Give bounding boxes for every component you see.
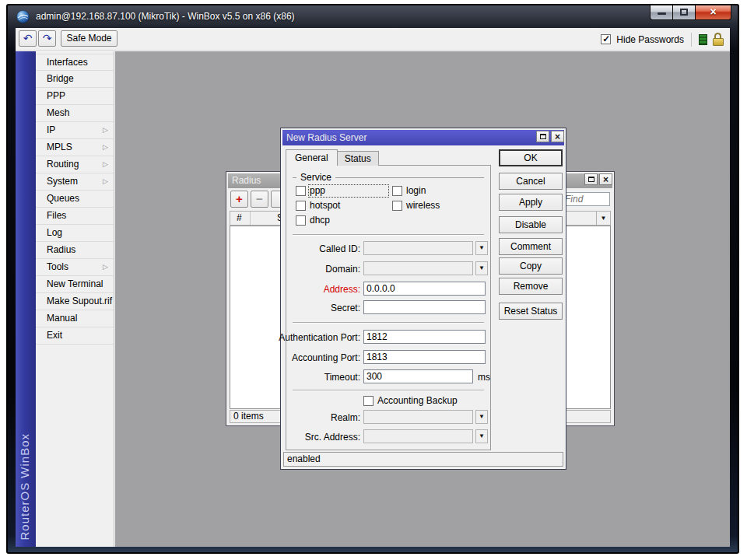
window-controls: × [650, 5, 731, 20]
sidebar-item-make-supout[interactable]: Make Supout.rif [36, 293, 114, 310]
column-header-number[interactable]: # [230, 212, 251, 225]
window-title: admin@192.168.87.100 (MikroTik) - WinBox… [36, 11, 295, 22]
redo-button[interactable]: ↷ [38, 30, 56, 47]
sidebar-menu: Interfaces Bridge PPP Mesh IP▷ MPLS▷ Rou… [36, 51, 114, 547]
sidebar-item-mesh[interactable]: Mesh [36, 105, 114, 122]
new-radius-server-dialog: New Radius Server × General Status Servi… [280, 128, 566, 470]
comment-button[interactable]: Comment [499, 238, 563, 255]
sidebar-item-system[interactable]: System▷ [36, 173, 114, 191]
disable-button[interactable]: Disable [499, 216, 563, 233]
close-button[interactable]: × [696, 5, 731, 20]
undo-button[interactable]: ↶ [19, 30, 37, 47]
src-address-combo [363, 429, 473, 443]
checkbox-dhcp[interactable]: dhcp [296, 215, 330, 226]
remove-entry-button[interactable]: − [251, 191, 268, 208]
wireless-label: wireless [406, 201, 440, 211]
sidebar-item-log[interactable]: Log [36, 225, 114, 242]
auth-port-label: Authentication Port: [286, 332, 360, 343]
cancel-button[interactable]: Cancel [499, 173, 563, 190]
wireless-checkbox-box [392, 201, 402, 211]
sidebar-item-bridge[interactable]: Bridge [36, 71, 114, 88]
accounting-backup-checkbox-box [363, 396, 374, 406]
checkbox-accounting-backup[interactable]: Accounting Backup [363, 395, 458, 406]
radius-close-button[interactable]: × [599, 173, 612, 185]
dialog-close-button[interactable]: × [551, 131, 564, 142]
checkbox-login[interactable]: login [392, 185, 426, 196]
realm-dropdown-icon[interactable]: ▼ [475, 410, 488, 424]
called-id-dropdown-icon[interactable]: ▼ [475, 241, 488, 255]
timeout-unit-label: ms [478, 372, 490, 383]
secret-row: Secret: [286, 300, 490, 314]
called-id-combo [363, 241, 473, 255]
timeout-label: Timeout: [286, 372, 360, 383]
address-label: Address: [286, 284, 360, 295]
minimize-icon [658, 12, 666, 15]
winbox-application: admin@192.168.87.100 (MikroTik) - WinBox… [0, 0, 747, 560]
tab-status[interactable]: Status [338, 151, 379, 166]
radius-window-controls: × [584, 173, 612, 185]
separator [293, 390, 484, 391]
legend-line [335, 177, 484, 178]
checkbox-hotspot[interactable]: hotspot [296, 200, 340, 211]
toolbar-right-cluster: ✓ Hide Passwords [601, 28, 724, 51]
login-checkbox-box [392, 186, 402, 196]
reset-status-button[interactable]: Reset Status [499, 303, 563, 320]
add-entry-button[interactable]: + [230, 191, 248, 208]
brand-vertical-text: RouterOS WinBox [18, 433, 31, 541]
sidebar-item-radius[interactable]: Radius [36, 242, 114, 259]
sidebar-item-ip[interactable]: IP▷ [36, 122, 114, 139]
separator [293, 234, 484, 236]
ppp-checkbox-box [296, 186, 306, 196]
safe-mode-button[interactable]: Safe Mode [61, 30, 117, 47]
close-icon: × [555, 131, 560, 142]
checkmark-icon: ✓ [602, 33, 610, 44]
tab-general[interactable]: General [286, 149, 338, 166]
dialog-maximize-button[interactable] [536, 131, 549, 142]
ppp-label: ppp [310, 186, 388, 196]
timeout-input[interactable] [363, 369, 473, 383]
column-dropdown-button[interactable]: ▼ [596, 212, 610, 225]
checkbox-wireless[interactable]: wireless [392, 200, 440, 211]
sidebar-item-files[interactable]: Files [36, 208, 114, 225]
maximize-button[interactable] [673, 5, 696, 20]
submenu-arrow-icon: ▷ [103, 122, 108, 138]
dialog-titlebar: New Radius Server [282, 130, 564, 145]
sidebar-item-ppp[interactable]: PPP [36, 88, 114, 105]
auth-port-input[interactable] [363, 330, 486, 344]
sidebar-item-tools[interactable]: Tools▷ [36, 259, 114, 276]
minimize-button[interactable] [650, 5, 673, 20]
copy-button[interactable]: Copy [499, 257, 563, 275]
called-id-label: Called ID: [286, 243, 360, 254]
remove-button[interactable]: Remove [499, 278, 563, 295]
close-icon: × [603, 174, 608, 185]
sidebar-item-interfaces[interactable]: Interfaces [36, 54, 114, 71]
secret-input[interactable] [363, 300, 486, 314]
find-input[interactable] [562, 192, 610, 206]
acct-port-input[interactable] [363, 350, 486, 364]
apply-button[interactable]: Apply [499, 194, 563, 211]
sidebar-item-mpls[interactable]: MPLS▷ [36, 139, 114, 156]
timeout-row: Timeout: ms [286, 369, 490, 383]
winbox-app-icon [16, 10, 30, 23]
address-input[interactable] [363, 282, 486, 296]
redo-icon: ↷ [43, 32, 52, 44]
domain-dropdown-icon[interactable]: ▼ [475, 261, 488, 275]
src-address-dropdown-icon[interactable]: ▼ [475, 429, 488, 443]
accounting-backup-label: Accounting Backup [377, 396, 458, 406]
sidebar-item-routing[interactable]: Routing▷ [36, 156, 114, 173]
service-legend-label: Service [300, 172, 331, 183]
sidebar-item-new-terminal[interactable]: New Terminal [36, 276, 114, 293]
checkbox-ppp[interactable]: ppp [296, 185, 388, 196]
dhcp-label: dhcp [310, 215, 330, 226]
sidebar-item-manual[interactable]: Manual [36, 310, 114, 327]
main-titlebar: admin@192.168.87.100 (MikroTik) - WinBox… [8, 5, 738, 28]
radius-maximize-button[interactable] [584, 173, 598, 185]
submenu-arrow-icon: ▷ [103, 173, 108, 190]
domain-row: Domain: ▼ [286, 261, 490, 275]
hotspot-checkbox-box [296, 201, 306, 211]
ok-button[interactable]: OK [499, 149, 563, 166]
auth-port-row: Authentication Port: [286, 330, 490, 344]
sidebar-item-queues[interactable]: Queues [36, 191, 114, 208]
hide-passwords-checkbox[interactable]: ✓ [601, 34, 611, 44]
sidebar-item-exit[interactable]: Exit [36, 327, 114, 345]
